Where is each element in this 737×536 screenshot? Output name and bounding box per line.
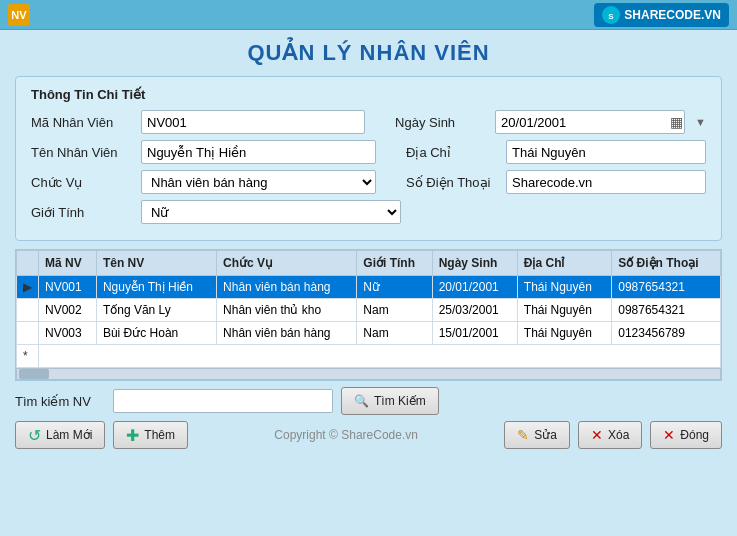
lam-moi-icon: ↺: [28, 426, 41, 445]
so-dien-thoai-label: Số Điện Thoại: [406, 175, 496, 190]
form-row-1-right: Ngày Sinh ▦ ▼: [395, 110, 706, 134]
table-row[interactable]: NV003 Bùi Đức Hoàn Nhân viên bán hàng Na…: [17, 322, 721, 345]
sua-label: Sửa: [534, 428, 557, 442]
cell-dia-chi: Thái Nguyên: [517, 299, 611, 322]
cell-sdt: 0987654321: [612, 299, 721, 322]
logo-circle-icon: S: [602, 6, 620, 24]
main-content: QUẢN LÝ NHÂN VIÊN Thông Tin Chi Tiết Mã …: [0, 30, 737, 536]
them-button[interactable]: ✚ Thêm: [113, 421, 188, 449]
cell-ngay-sinh: 20/01/2001: [432, 276, 517, 299]
dong-label: Đóng: [680, 428, 709, 442]
dia-chi-input[interactable]: [506, 140, 706, 164]
sharecode-logo: S SHARECODE.VN: [594, 3, 729, 27]
horizontal-scrollbar[interactable]: [16, 368, 721, 380]
ngay-sinh-input[interactable]: [495, 110, 685, 134]
app-icon: NV: [8, 4, 30, 26]
page-title: QUẢN LÝ NHÂN VIÊN: [15, 40, 722, 66]
cell-dia-chi: Thái Nguyên: [517, 276, 611, 299]
col-chuc-vu: Chức Vụ: [217, 251, 357, 276]
action-bar: ↺ Làm Mới ✚ Thêm Copyright © ShareCode.v…: [15, 421, 722, 449]
search-icon: 🔍: [354, 394, 369, 408]
cell-dia-chi: Thái Nguyên: [517, 322, 611, 345]
col-ten-nv: Tên NV: [96, 251, 216, 276]
ngay-sinh-label: Ngày Sinh: [395, 115, 485, 130]
cell-gioi-tinh: Nam: [357, 322, 432, 345]
lam-moi-label: Làm Mới: [46, 428, 92, 442]
cell-gioi-tinh: Nam: [357, 299, 432, 322]
cell-sdt: 0123456789: [612, 322, 721, 345]
chuc-vu-label: Chức Vụ: [31, 175, 131, 190]
new-row-indicator: *: [17, 345, 39, 368]
ten-nhan-vien-input[interactable]: [141, 140, 376, 164]
them-label: Thêm: [144, 428, 175, 442]
ten-nhan-vien-label: Tên Nhân Viên: [31, 145, 131, 160]
cell-ngay-sinh: 15/01/2001: [432, 322, 517, 345]
logo-text: SHARECODE.VN: [624, 8, 721, 22]
copyright-text: Copyright © ShareCode.vn: [196, 428, 496, 442]
sua-icon: ✎: [517, 427, 529, 443]
ma-nhan-vien-input[interactable]: [141, 110, 365, 134]
table-header-row: Mã NV Tên NV Chức Vụ Giới Tính Ngày Sinh…: [17, 251, 721, 276]
form-row-1: Mã Nhân Viên Ngày Sinh ▦ ▼: [31, 110, 706, 134]
section-title: Thông Tin Chi Tiết: [31, 87, 706, 102]
gioi-tinh-label: Giới Tính: [31, 205, 131, 220]
dia-chi-label: Địa Chỉ: [406, 145, 496, 160]
chuc-vu-select[interactable]: Nhân viên bán hàng Nhân viên thủ kho: [141, 170, 376, 194]
ma-nhan-vien-label: Mã Nhân Viên: [31, 115, 131, 130]
cell-chuc-vu: Nhân viên bán hàng: [217, 276, 357, 299]
col-ngay-sinh: Ngày Sinh: [432, 251, 517, 276]
cell-chuc-vu: Nhân viên bán hàng: [217, 322, 357, 345]
title-bar-right: S SHARECODE.VN: [594, 3, 729, 27]
cell-sdt: 0987654321: [612, 276, 721, 299]
col-indicator: [17, 251, 39, 276]
cell-ma-nv: NV002: [39, 299, 97, 322]
employee-table: Mã NV Tên NV Chức Vụ Giới Tính Ngày Sinh…: [16, 250, 721, 368]
so-dien-thoai-input[interactable]: [506, 170, 706, 194]
cell-gioi-tinh: Nữ: [357, 276, 432, 299]
row-indicator: [17, 322, 39, 345]
cell-chuc-vu: Nhân viên thủ kho: [217, 299, 357, 322]
xoa-button[interactable]: ✕ Xóa: [578, 421, 642, 449]
table-row[interactable]: ▶ NV001 Nguyễn Thị Hiền Nhân viên bán hà…: [17, 276, 721, 299]
cell-ngay-sinh: 25/03/2001: [432, 299, 517, 322]
form-row-4: Giới Tính Nữ Nam: [31, 200, 706, 224]
lam-moi-button[interactable]: ↺ Làm Mới: [15, 421, 105, 449]
search-input[interactable]: [113, 389, 333, 413]
search-label: Tìm kiếm NV: [15, 394, 105, 409]
sua-button[interactable]: ✎ Sửa: [504, 421, 570, 449]
col-so-dien-thoai: Số Điện Thoại: [612, 251, 721, 276]
row-indicator: ▶: [17, 276, 39, 299]
cell-ma-nv: NV003: [39, 322, 97, 345]
table-row[interactable]: NV002 Tống Văn Ly Nhân viên thủ kho Nam …: [17, 299, 721, 322]
search-button[interactable]: 🔍 Tìm Kiếm: [341, 387, 439, 415]
col-gioi-tinh: Giới Tính: [357, 251, 432, 276]
form-row-3: Chức Vụ Nhân viên bán hàng Nhân viên thủ…: [31, 170, 706, 194]
them-icon: ✚: [126, 426, 139, 445]
svg-text:S: S: [609, 11, 615, 20]
cell-ten-nv: Bùi Đức Hoàn: [96, 322, 216, 345]
col-dia-chi: Địa Chỉ: [517, 251, 611, 276]
row-indicator: [17, 299, 39, 322]
cell-ma-nv: NV001: [39, 276, 97, 299]
new-row[interactable]: *: [17, 345, 721, 368]
data-table-section: Mã NV Tên NV Chức Vụ Giới Tính Ngày Sinh…: [15, 249, 722, 381]
dong-icon: ✕: [663, 427, 675, 443]
gioi-tinh-select[interactable]: Nữ Nam: [141, 200, 401, 224]
xoa-label: Xóa: [608, 428, 629, 442]
form-row-2-right: Địa Chỉ: [406, 140, 706, 164]
search-button-label: Tìm Kiếm: [374, 394, 426, 408]
title-bar: NV S SHARECODE.VN: [0, 0, 737, 30]
search-bar: Tìm kiếm NV 🔍 Tìm Kiếm: [15, 387, 722, 415]
form-row-3-right: Số Điện Thoại: [406, 170, 706, 194]
ngay-sinh-wrapper: ▦: [495, 110, 685, 134]
col-ma-nv: Mã NV: [39, 251, 97, 276]
form-section: Thông Tin Chi Tiết Mã Nhân Viên Ngày Sin…: [15, 76, 722, 241]
cell-ten-nv: Tống Văn Ly: [96, 299, 216, 322]
dong-button[interactable]: ✕ Đóng: [650, 421, 722, 449]
xoa-icon: ✕: [591, 427, 603, 443]
form-row-2: Tên Nhân Viên Địa Chỉ: [31, 140, 706, 164]
cell-ten-nv: Nguyễn Thị Hiền: [96, 276, 216, 299]
